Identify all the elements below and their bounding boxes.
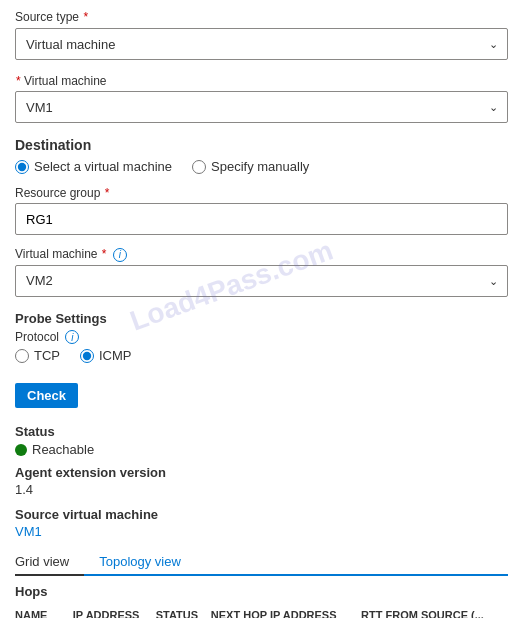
vm-dropdown-wrapper: VM1 ⌄ [15, 91, 508, 123]
status-value: Reachable [32, 442, 94, 457]
source-vm-title: Source virtual machine [15, 507, 508, 522]
hops-section: Hops NAME IP ADDRESS STATUS NEXT HOP IP … [15, 584, 508, 618]
resource-group-text: Resource group [15, 186, 100, 200]
probe-settings-title: Probe Settings [15, 311, 508, 326]
destination-title: Destination [15, 137, 508, 153]
protocol-info-icon[interactable]: i [65, 330, 79, 344]
hops-table-header-row: NAME IP ADDRESS STATUS NEXT HOP IP ADDRE… [15, 605, 508, 618]
agent-extension-title: Agent extension version [15, 465, 508, 480]
source-type-select[interactable]: Virtual machine [15, 28, 508, 60]
col-ip-address: IP ADDRESS [73, 605, 156, 618]
source-type-required: * [83, 10, 88, 24]
virtual-machine-label: * Virtual machine [15, 74, 508, 88]
select-vm-radio[interactable] [15, 160, 29, 174]
vm2-dropdown-wrapper: VM2 ⌄ [15, 265, 508, 297]
tcp-label-text: TCP [34, 348, 60, 363]
icmp-radio[interactable] [80, 349, 94, 363]
hops-table: NAME IP ADDRESS STATUS NEXT HOP IP ADDRE… [15, 605, 508, 618]
vm2-info-icon[interactable]: i [113, 248, 127, 262]
status-title: Status [15, 424, 508, 439]
icmp-label-text: ICMP [99, 348, 132, 363]
col-status: STATUS [156, 605, 211, 618]
resource-group-label: Resource group * [15, 186, 508, 200]
hops-title: Hops [15, 584, 508, 599]
status-dot-icon [15, 444, 27, 456]
source-type-dropdown-wrapper: Virtual machine ⌄ [15, 28, 508, 60]
tab-grid-view[interactable]: Grid view [15, 549, 84, 576]
protocol-label-text: Protocol [15, 330, 59, 344]
destination-radio-group: Select a virtual machine Specify manuall… [15, 159, 508, 174]
source-type-text: Source type [15, 10, 79, 24]
source-vm-link[interactable]: VM1 [15, 524, 42, 539]
source-vm-section: Source virtual machine VM1 [15, 507, 508, 539]
check-button[interactable]: Check [15, 383, 78, 408]
tabs-row: Grid view Topology view [15, 549, 508, 576]
select-vm-radio-label[interactable]: Select a virtual machine [15, 159, 172, 174]
resource-group-input[interactable] [15, 203, 508, 235]
col-rtt: RTT FROM SOURCE (... [361, 605, 508, 618]
icmp-radio-label[interactable]: ICMP [80, 348, 132, 363]
vm2-label: Virtual machine * i [15, 247, 508, 262]
vm2-select[interactable]: VM2 [15, 265, 508, 297]
protocol-radio-group: TCP ICMP [15, 348, 508, 363]
agent-extension-version: 1.4 [15, 482, 508, 497]
destination-section: Destination Select a virtual machine Spe… [15, 137, 508, 174]
vm-required-star: * [16, 74, 21, 88]
col-next-hop-ip: NEXT HOP IP ADDRESS [211, 605, 361, 618]
specify-manually-radio-label[interactable]: Specify manually [192, 159, 309, 174]
select-vm-text: Select a virtual machine [34, 159, 172, 174]
tcp-radio[interactable] [15, 349, 29, 363]
vm2-required-star: * [102, 247, 107, 261]
status-section: Status Reachable [15, 424, 508, 457]
protocol-label: Protocol i [15, 330, 508, 345]
vm2-label-text: Virtual machine [15, 247, 98, 261]
vm-select[interactable]: VM1 [15, 91, 508, 123]
source-type-label: Source type * [15, 10, 508, 24]
page-wrapper: Load4Pass.com Source type * Virtual mach… [15, 10, 508, 618]
col-name: NAME [15, 605, 73, 618]
tab-topology-view[interactable]: Topology view [84, 549, 196, 574]
probe-settings-section: Probe Settings Protocol i TCP ICMP Check [15, 311, 508, 417]
agent-extension-section: Agent extension version 1.4 [15, 465, 508, 497]
tcp-radio-label[interactable]: TCP [15, 348, 60, 363]
rg-required-star: * [105, 186, 110, 200]
specify-manually-text: Specify manually [211, 159, 309, 174]
vm-label-text: Virtual machine [24, 74, 107, 88]
status-row: Reachable [15, 442, 508, 457]
specify-manually-radio[interactable] [192, 160, 206, 174]
